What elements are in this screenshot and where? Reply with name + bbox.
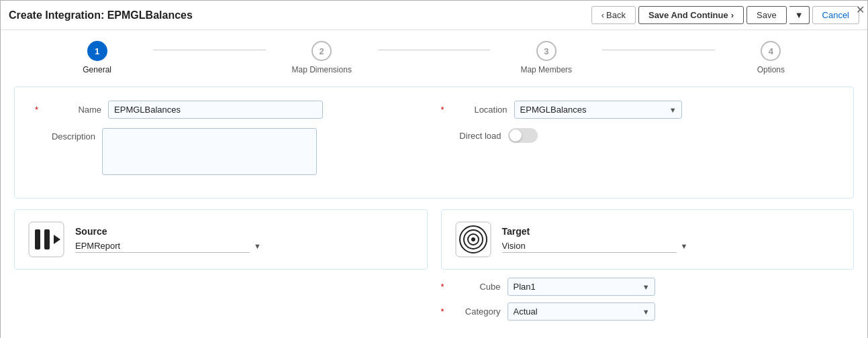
source-card: Source EPMReport ▼ [14,209,428,270]
cancel-label: Cancel [822,10,849,20]
target-select-wrapper: Vision ▼ [502,239,840,253]
name-location-row: * Name * Location EPMGLBalances ▼ [35,101,833,119]
step-4-label: Options [757,65,785,74]
name-required-star: * [35,105,38,115]
step-3[interactable]: 3 Map Members [490,41,602,74]
step-1-label: General [83,65,111,74]
step-1-circle: 1 [87,41,107,61]
target-title: Target [502,226,840,237]
location-select-wrapper: EPMGLBalances ▼ [514,101,682,119]
source-select-wrapper: EPMReport ▼ [75,239,414,253]
step-2-circle: 2 [311,41,332,61]
cube-row: * Cube Plan1 ▼ [441,278,855,296]
step-4[interactable]: 4 Options [715,41,827,74]
category-select-wrapper: Actual ▼ [508,302,655,321]
connector-3-4 [602,50,714,50]
target-fields: * Cube Plan1 ▼ * Category [441,270,855,321]
description-textarea[interactable] [102,128,317,175]
back-button[interactable]: ‹ Back [591,6,636,24]
target-column: Target Vision ▼ * Cube [441,209,855,327]
source-select-arrow-icon: ▼ [254,242,261,250]
connector-2-3 [378,50,490,50]
location-select[interactable]: EPMGLBalances [514,101,682,119]
save-label: Save [757,10,777,20]
save-continue-button[interactable]: Save And Continue › [638,6,744,24]
direct-load-group: Direct load [441,128,834,143]
step-1-number: 1 [95,46,99,56]
step-3-label: Map Members [520,65,572,74]
main-content: * Name * Location EPMGLBalances ▼ [1,80,867,338]
target-select[interactable]: Vision [502,239,677,253]
location-label: Location [447,105,508,115]
step-4-circle: 4 [761,41,781,61]
step-2[interactable]: 2 Map Dimensions [266,41,378,74]
direct-load-toggle[interactable] [508,128,538,143]
step-2-number: 2 [320,46,324,56]
step-4-number: 4 [769,46,773,56]
close-button[interactable]: ✕ [856,3,865,16]
save-dropdown-button[interactable]: ▼ [789,6,810,24]
target-icon [455,221,491,258]
category-label: Category [447,306,501,317]
save-continue-label: Save And Continue [648,10,728,20]
source-content: Source EPMReport ▼ [75,226,414,253]
dropdown-arrow-icon: ▼ [795,10,804,20]
toolbar-actions: ‹ Back Save And Continue › Save ▼ Cancel [591,6,859,24]
svg-point-8 [471,237,475,241]
category-select[interactable]: Actual [508,302,655,321]
source-title: Source [75,226,414,237]
description-directload-row: Description Direct load [35,128,833,175]
back-label: Back [606,10,626,20]
stepper: 1 General 2 Map Dimensions 3 Map Members… [1,30,867,80]
category-required-star: * [441,306,444,317]
cube-required-star: * [441,282,444,292]
page-title: Create Integration: EPMGLBalances [9,9,193,21]
step-3-circle: 3 [536,41,557,61]
cube-label: Cube [447,282,501,292]
step-2-label: Map Dimensions [292,65,352,74]
cancel-button[interactable]: Cancel [812,6,859,24]
svg-rect-1 [35,229,40,249]
connector-1-2 [153,50,265,50]
name-group: * Name [35,101,428,119]
svg-rect-2 [44,229,50,249]
source-select[interactable]: EPMReport [75,239,250,253]
title-bar: Create Integration: EPMGLBalances ‹ Back… [1,1,867,30]
direct-load-label: Direct load [441,131,501,141]
source-column: Source EPMReport ▼ [14,209,428,270]
form-section: * Name * Location EPMGLBalances ▼ [14,87,854,199]
target-select-arrow-icon: ▼ [681,242,688,250]
name-label: Name [41,105,101,115]
step-1[interactable]: 1 General [41,41,153,74]
cube-select[interactable]: Plan1 [508,278,655,296]
cube-select-wrapper: Plan1 ▼ [508,278,655,296]
cards-section: Source EPMReport ▼ [14,209,854,327]
description-group: Description [35,128,428,175]
category-row: * Category Actual ▼ [441,302,855,321]
step-3-number: 3 [544,46,548,56]
source-icon [28,221,64,258]
main-window: ✕ Create Integration: EPMGLBalances ‹ Ba… [0,0,868,338]
target-content: Target Vision ▼ [502,226,840,253]
target-card: Target Vision ▼ [441,209,855,270]
save-button[interactable]: Save [746,6,787,24]
back-arrow-icon: ‹ [601,10,604,20]
location-required-star: * [441,105,444,115]
name-input[interactable] [108,101,323,119]
continue-arrow-icon: › [731,10,734,20]
location-group: * Location EPMGLBalances ▼ [441,101,834,119]
description-label: Description [35,128,95,142]
